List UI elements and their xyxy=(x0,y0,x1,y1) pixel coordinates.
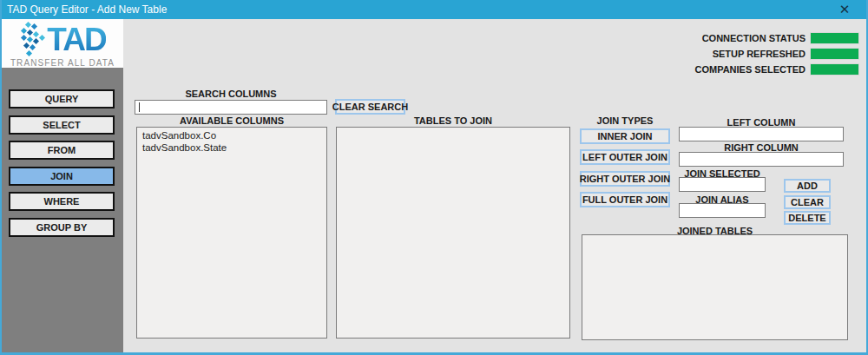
logo-panel: TAD TRANSFER ALL DATA xyxy=(2,19,123,68)
sidebar-item-from[interactable]: FROM xyxy=(9,141,115,160)
status-row-connection: CONNECTION STATUS xyxy=(702,32,859,44)
inner-join-button[interactable]: INNER JOIN xyxy=(580,128,670,144)
connection-status-indicator xyxy=(810,32,859,44)
clear-search-label: CLEAR SEARCH xyxy=(332,102,408,112)
status-row-setup: SETUP REFRESHED xyxy=(713,48,859,60)
window-title: TAD Query Editor - Add New Table xyxy=(0,3,167,16)
sidebar: QUERY SELECT FROM JOIN WHERE GROUP BY xyxy=(2,68,123,352)
tables-to-join-label: TABLES TO JOIN xyxy=(336,115,570,126)
right-outer-join-label: RIGHT OUTER JOIN xyxy=(580,174,671,184)
left-column-input[interactable] xyxy=(679,127,844,141)
available-columns-list[interactable]: tadvSandbox.Co tadvSandbox.State xyxy=(136,127,327,339)
list-item[interactable]: tadvSandbox.State xyxy=(137,141,326,154)
add-button[interactable]: ADD xyxy=(784,179,831,193)
delete-label: DELETE xyxy=(788,213,825,223)
sidebar-item-label: FROM xyxy=(48,145,76,155)
list-item[interactable]: tadvSandbox.Co xyxy=(137,129,326,141)
status-row-companies: COMPANIES SELECTED xyxy=(694,63,859,76)
connection-status-label: CONNECTION STATUS xyxy=(702,33,806,43)
brand-wordmark: TAD xyxy=(47,24,105,56)
full-outer-join-button[interactable]: FULL OUTER JOIN xyxy=(580,192,670,207)
left-outer-join-label: LEFT OUTER JOIN xyxy=(582,152,667,162)
setup-refreshed-label: SETUP REFRESHED xyxy=(713,49,806,59)
text-caret xyxy=(139,102,140,112)
search-columns-label: SEARCH COLUMNS xyxy=(135,89,327,99)
available-columns-label: AVAILABLE COLUMNS xyxy=(136,115,327,126)
sidebar-item-label: QUERY xyxy=(45,94,79,104)
tad-diamonds-icon xyxy=(19,21,45,59)
companies-selected-label: COMPANIES SELECTED xyxy=(694,64,806,75)
clear-label: CLEAR xyxy=(791,197,824,207)
sidebar-item-label: SELECT xyxy=(43,120,80,130)
clear-search-button[interactable]: CLEAR SEARCH xyxy=(335,99,405,115)
sidebar-item-label: JOIN xyxy=(50,171,73,181)
sidebar-item-where[interactable]: WHERE xyxy=(9,192,115,211)
add-label: ADD xyxy=(797,181,818,191)
right-outer-join-button[interactable]: RIGHT OUTER JOIN xyxy=(580,171,670,187)
inner-join-label: INNER JOIN xyxy=(598,131,653,141)
delete-button[interactable]: DELETE xyxy=(784,211,831,225)
setup-refreshed-indicator xyxy=(810,48,859,60)
sidebar-item-groupby[interactable]: GROUP BY xyxy=(9,218,115,237)
sidebar-item-join[interactable]: JOIN xyxy=(9,167,115,186)
companies-selected-indicator xyxy=(810,63,859,76)
clear-button[interactable]: CLEAR xyxy=(784,195,831,209)
joined-tables-list[interactable] xyxy=(582,234,848,340)
close-icon[interactable]: ✕ xyxy=(832,0,858,19)
sidebar-item-select[interactable]: SELECT xyxy=(9,115,115,135)
sidebar-item-label: GROUP BY xyxy=(36,222,87,233)
join-alias-input[interactable] xyxy=(679,203,766,218)
sidebar-item-label: WHERE xyxy=(44,196,80,207)
brand-tagline: TRANSFER ALL DATA xyxy=(10,58,115,68)
search-input[interactable] xyxy=(135,100,327,115)
tables-to-join-list[interactable] xyxy=(336,127,570,339)
sidebar-item-query[interactable]: QUERY xyxy=(9,89,115,108)
join-types-label: JOIN TYPES xyxy=(580,115,670,126)
full-outer-join-label: FULL OUTER JOIN xyxy=(582,194,667,205)
main-area: CONNECTION STATUS SETUP REFRESHED COMPAN… xyxy=(123,19,866,352)
titlebar: TAD Query Editor - Add New Table ✕ xyxy=(0,0,868,19)
app-window: TAD Query Editor - Add New Table ✕ xyxy=(0,0,868,355)
right-column-input[interactable] xyxy=(679,152,844,167)
join-selected-input[interactable] xyxy=(679,177,766,192)
left-outer-join-button[interactable]: LEFT OUTER JOIN xyxy=(580,149,670,165)
